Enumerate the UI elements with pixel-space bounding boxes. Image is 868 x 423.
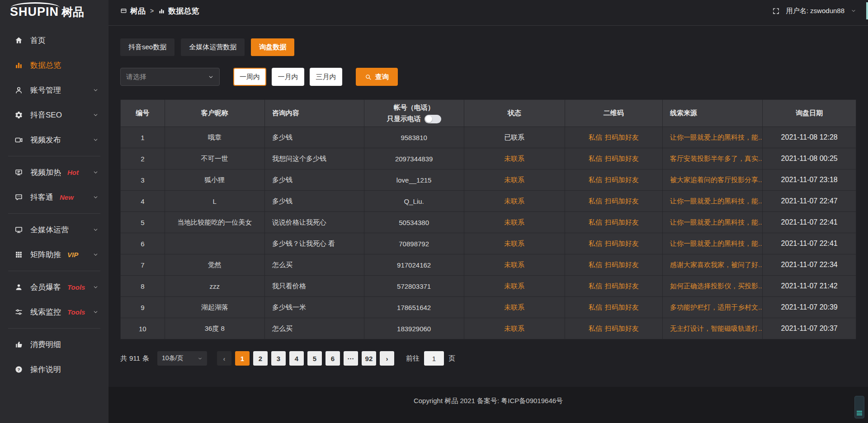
page-button-92[interactable]: 92 [362, 351, 376, 366]
range-button-three-months[interactable]: 三月内 [310, 68, 342, 86]
cell-account: 917024162 [364, 254, 464, 276]
sidebar-item-douketong[interactable]: 抖客通New [0, 185, 108, 210]
breadcrumb-root[interactable]: 树品 [120, 6, 146, 16]
cell-source[interactable]: 如何正确选择投影仪，买投影... [663, 276, 763, 297]
sidebar-item-consumption[interactable]: 消费明细 [0, 332, 108, 357]
app-root: SHUPIN 树品 首页数据总览账号管理抖音SEO视频发布视频加热Hot抖客通N… [0, 0, 868, 423]
chevron-down-icon [93, 309, 99, 315]
qr-link[interactable]: 私信 [589, 240, 602, 247]
qr-link[interactable]: 扫码加好友 [605, 261, 639, 268]
column-header: 帐号（电话）只显示电话 [364, 100, 464, 127]
copyright-text: Copyright 树品 2021 备案号: 粤ICP备09019646号 [414, 397, 563, 423]
page-button-2[interactable]: 2 [253, 351, 268, 366]
next-page-button[interactable]: › [380, 351, 394, 366]
phone-only-toggle[interactable] [425, 115, 441, 123]
cell-source[interactable]: 让你一眼就爱上的黑科技，能... [663, 233, 763, 254]
cell-source[interactable]: 被大家追着问的客厅投影分享... [663, 169, 763, 191]
range-button-one-week[interactable]: 一周内 [233, 68, 266, 86]
corner-widget[interactable] [854, 396, 864, 418]
cell-nickname: 当地比较能吃的一位美女 [165, 212, 264, 233]
search-button[interactable]: 查询 [356, 68, 398, 86]
page-button-3[interactable]: 3 [271, 351, 286, 366]
qr-link[interactable]: 扫码加好友 [605, 197, 639, 205]
cell-qrcode: 私信扫码加好友 [565, 297, 662, 318]
tab-douyin-seo-data[interactable]: 抖音seo数据 [120, 38, 175, 56]
filter-select[interactable]: 请选择 [120, 68, 220, 86]
breadcrumb-current[interactable]: 数据总览 [158, 6, 199, 16]
page-button-6[interactable]: 6 [326, 351, 340, 366]
cell-source[interactable]: 多功能护栏灯，适用于乡村文... [663, 297, 763, 318]
chevron-down-icon[interactable] [851, 8, 856, 14]
sidebar-item-video-heat[interactable]: 视频加热Hot [0, 160, 108, 185]
tab-omnimedia-data[interactable]: 全媒体运营数据 [181, 38, 245, 56]
table-header-row: 编号客户昵称咨询内容帐号（电话）只显示电话状态二维码线索来源询盘日期 [121, 100, 856, 127]
qr-link[interactable]: 私信 [589, 133, 602, 141]
qr-link[interactable]: 私信 [589, 261, 602, 268]
sidebar-item-label: 视频发布 [30, 135, 61, 145]
page-ellipsis-button[interactable]: ··· [344, 351, 358, 366]
column-header-label: 帐号（电话） [394, 103, 434, 112]
cell-status: 未联系 [464, 233, 565, 254]
qr-link[interactable]: 私信 [589, 155, 602, 162]
fullscreen-icon[interactable] [772, 7, 780, 15]
qr-link[interactable]: 扫码加好友 [605, 155, 639, 162]
cell-date: 2021-11-08 00:25 [763, 148, 856, 169]
qr-link[interactable]: 扫码加好友 [605, 133, 639, 141]
sidebar-item-douyin-seo[interactable]: 抖音SEO [0, 103, 108, 127]
sidebar-divider [8, 156, 100, 156]
qr-link[interactable]: 私信 [589, 303, 602, 311]
qr-link[interactable]: 扫码加好友 [605, 218, 639, 226]
sidebar-item-lead-monitor[interactable]: 线索监控Tools [0, 300, 108, 324]
sidebar-item-video-publish[interactable]: 视频发布 [0, 127, 108, 152]
username-display[interactable]: 用户名: zswodun88 [786, 7, 844, 15]
qr-link[interactable]: 扫码加好友 [605, 176, 639, 183]
chevron-down-icon [93, 252, 99, 258]
cell-qrcode: 私信扫码加好友 [565, 191, 662, 212]
cell-source[interactable]: 让你一眼就爱上的黑科技，能... [663, 212, 763, 233]
sidebar-item-data-overview[interactable]: 数据总览 [0, 53, 108, 78]
cell-source[interactable]: 感谢大家喜欢我家，被问了好... [663, 254, 763, 276]
page-button-1[interactable]: 1 [235, 351, 250, 366]
cell-source[interactable]: 客厅安装投影半年多了，真实... [663, 148, 763, 169]
qr-link[interactable]: 私信 [589, 197, 602, 205]
scrollbar-thumb[interactable] [866, 2, 868, 19]
sidebar-item-account[interactable]: 账号管理 [0, 78, 108, 103]
sidebar-item-member-burst[interactable]: 会员爆客Tools [0, 275, 108, 300]
qr-link[interactable]: 私信 [589, 282, 602, 290]
tab-inquiry-data[interactable]: 询盘数据 [251, 38, 294, 56]
filter-select-placeholder: 请选择 [126, 73, 146, 81]
qr-link[interactable]: 扫码加好友 [605, 303, 639, 311]
page-button-5[interactable]: 5 [307, 351, 322, 366]
table-row: 1哦章多少钱9583810已联系私信扫码加好友让你一眼就爱上的黑科技，能...2… [121, 127, 856, 148]
sidebar-item-matrix-boost[interactable]: 矩阵助推VIP [0, 242, 108, 267]
cell-source[interactable]: 让你一眼就爱上的黑科技，能... [663, 191, 763, 212]
cell-source[interactable]: 无主灯设计，智能磁吸轨道灯... [663, 318, 763, 339]
cell-no: 2 [121, 148, 165, 169]
cell-no: 5 [121, 212, 165, 233]
qr-link[interactable]: 私信 [589, 324, 602, 332]
qr-link[interactable]: 扫码加好友 [605, 240, 639, 247]
page-size-select[interactable]: 10条/页 [157, 351, 207, 366]
range-button-one-month[interactable]: 一月内 [272, 68, 304, 86]
qr-link[interactable]: 扫码加好友 [605, 324, 639, 332]
page-button-4[interactable]: 4 [289, 351, 304, 366]
chevron-down-icon [93, 87, 99, 93]
main-column: 树品 > 数据总览 用户名: zswodun88 抖音seo数据全媒体运营数据询… [108, 0, 868, 423]
column-header: 客户昵称 [165, 100, 264, 127]
prev-page-button[interactable]: ‹ [217, 351, 231, 366]
logo-text-cn: 树品 [61, 5, 84, 19]
qr-link[interactable]: 扫码加好友 [605, 282, 639, 290]
goto-page-input[interactable]: 1 [424, 351, 444, 366]
qr-link[interactable]: 私信 [589, 176, 602, 183]
sidebar-item-omnimedia[interactable]: 全媒体运营 [0, 217, 108, 242]
sidebar-item-help[interactable]: ?操作说明 [0, 357, 108, 382]
breadcrumb-current-label: 数据总览 [168, 6, 199, 16]
cell-account: 572803371 [364, 276, 464, 297]
data-tabs: 抖音seo数据全媒体运营数据询盘数据 [120, 38, 856, 56]
goto-page: 前往 1 页 [406, 351, 455, 366]
cell-source[interactable]: 让你一眼就爱上的黑科技，能... [663, 127, 763, 148]
video-icon [14, 136, 23, 144]
sidebar-item-home[interactable]: 首页 [0, 28, 108, 53]
cell-status: 未联系 [464, 297, 565, 318]
qr-link[interactable]: 私信 [589, 218, 602, 226]
